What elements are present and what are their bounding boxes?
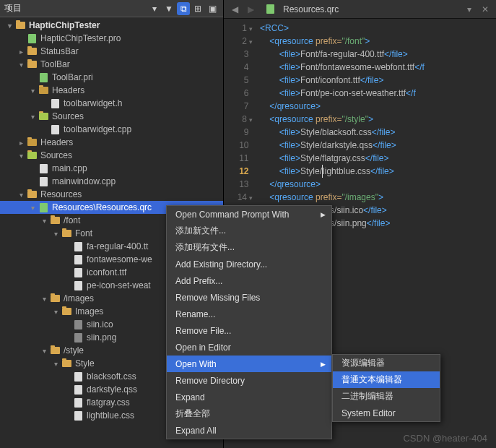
- gutter-line-5[interactable]: 5: [224, 74, 253, 87]
- tree-item-1[interactable]: HapticChipTester.pro: [0, 32, 223, 45]
- menu-item-5[interactable]: Remove Missing Files: [167, 289, 331, 306]
- code-line-9[interactable]: <file>Style/blacksoft.css</file>: [260, 126, 496, 139]
- file-icon: [49, 98, 61, 108]
- nav-forward-icon[interactable]: ▶: [243, 1, 258, 17]
- tree-item-3[interactable]: ▾ToolBar: [0, 58, 223, 71]
- menu-item-13[interactable]: Expand All: [167, 422, 331, 439]
- gutter-line-6[interactable]: 6: [224, 87, 253, 100]
- tab-menu-icon[interactable]: ▾: [461, 1, 477, 17]
- menu-item-7[interactable]: Remove File...: [167, 322, 331, 339]
- tree-item-0[interactable]: ▾HapticChipTester: [0, 19, 223, 32]
- active-tab[interactable]: Resources.qrc: [264, 4, 339, 14]
- submenu-item-3[interactable]: System Editor: [333, 405, 440, 421]
- tree-item-label: fa-regular-400.tt: [87, 241, 148, 251]
- tree-arrow-icon[interactable]: ▾: [51, 360, 61, 368]
- tree-arrow-icon[interactable]: ▾: [39, 295, 49, 303]
- code-line-2[interactable]: <qresource prefix="/font">: [260, 35, 496, 48]
- tree-item-9[interactable]: ▸Headers: [0, 136, 223, 149]
- code-line-4[interactable]: <file>Font/fontawesome-webfont.ttf</f: [260, 61, 496, 74]
- context-submenu[interactable]: 资源编辑器普通文本编辑器二进制编辑器System Editor: [332, 354, 440, 422]
- code-line-10[interactable]: <file>Style/darkstyle.qss</file>: [260, 139, 496, 152]
- menu-item-1[interactable]: 添加新文件...: [167, 223, 331, 239]
- tree-item-label: StatusBar: [40, 46, 79, 56]
- tree-arrow-icon[interactable]: ▾: [39, 217, 49, 225]
- gutter-line-13[interactable]: 13: [224, 178, 253, 191]
- tree-item-12[interactable]: mainwindow.cpp: [0, 175, 223, 188]
- tree-item-label: ToolBar.pri: [52, 72, 93, 82]
- menu-item-6[interactable]: Rename...: [167, 306, 331, 322]
- tree-item-label: HapticChipTester.pro: [40, 33, 121, 43]
- menu-item-4[interactable]: Add Prefix...: [167, 272, 331, 289]
- tree-item-6[interactable]: toolbarwidget.h: [0, 97, 223, 110]
- gutter-line-12[interactable]: 12: [224, 165, 253, 178]
- code-line-7[interactable]: </qresource>: [260, 100, 496, 113]
- tree-item-5[interactable]: ▾Headers: [0, 84, 223, 97]
- menu-item-2[interactable]: 添加现有文件...: [167, 239, 331, 256]
- tree-item-10[interactable]: ▾Sources: [0, 149, 223, 162]
- submenu-label: 二进制编辑器: [341, 390, 393, 402]
- code-line-3[interactable]: <file>Font/fa-regular-400.ttf</file>: [260, 48, 496, 61]
- menu-item-12[interactable]: 折叠全部: [167, 405, 331, 422]
- submenu-item-0[interactable]: 资源编辑器: [333, 355, 440, 371]
- close-tab-icon[interactable]: ✕: [477, 1, 493, 17]
- menu-item-0[interactable]: Open Command Prompt With▶: [167, 206, 331, 223]
- code-line-8[interactable]: <qresource prefix="/style">: [260, 113, 496, 126]
- code-line-14[interactable]: <qresource prefix="/images">: [260, 191, 496, 204]
- menu-item-11[interactable]: Expand: [167, 389, 331, 405]
- tree-arrow-icon[interactable]: ▸: [16, 139, 26, 147]
- tree-arrow-icon[interactable]: ▾: [51, 308, 61, 316]
- filter-icon[interactable]: ▾: [148, 2, 161, 15]
- gutter-line-10[interactable]: 10: [224, 139, 253, 152]
- menu-item-8[interactable]: Open in Editor: [167, 339, 331, 356]
- gutter-line-9[interactable]: 9: [224, 126, 253, 139]
- tree-item-2[interactable]: ▸StatusBar: [0, 45, 223, 58]
- tree-arrow-icon[interactable]: ▾: [16, 191, 26, 199]
- tree-arrow-icon[interactable]: ▸: [16, 48, 26, 56]
- tree-item-13[interactable]: ▾Resources: [0, 188, 223, 201]
- tree-arrow-icon[interactable]: ▾: [16, 61, 26, 69]
- tree-arrow-icon[interactable]: ▾: [51, 230, 61, 238]
- gutter-line-1[interactable]: 1▾: [224, 22, 253, 35]
- menu-label: Rename...: [175, 309, 215, 319]
- tree-item-8[interactable]: toolbarwidget.cpp: [0, 123, 223, 136]
- collapse-icon[interactable]: ▣: [206, 2, 219, 15]
- gutter-line-14[interactable]: 14▾: [224, 191, 253, 204]
- tree-item-11[interactable]: main.cpp: [0, 162, 223, 175]
- tree-arrow-icon[interactable]: ▾: [16, 152, 26, 160]
- link-icon[interactable]: ⧉: [177, 2, 190, 15]
- tree-arrow-icon[interactable]: ▾: [27, 204, 38, 212]
- gutter-line-2[interactable]: 2▾: [224, 35, 253, 48]
- tree-arrow-icon[interactable]: ▾: [27, 113, 38, 121]
- tree-item-7[interactable]: ▾Sources: [0, 110, 223, 123]
- code-line-11[interactable]: <file>Style/flatgray.css</file>: [260, 152, 496, 165]
- submenu-item-2[interactable]: 二进制编辑器: [333, 388, 440, 405]
- context-menu[interactable]: Open Command Prompt With▶添加新文件...添加现有文件.…: [166, 205, 332, 439]
- nav-back-icon[interactable]: ◀: [227, 1, 243, 17]
- file-icon: [72, 267, 84, 277]
- tree-arrow-icon[interactable]: ▾: [4, 22, 14, 30]
- tree-arrow-icon[interactable]: ▾: [39, 347, 49, 355]
- menu-item-10[interactable]: Remove Directory: [167, 372, 331, 389]
- tree-item-label: pe-icon-set-weat: [87, 280, 151, 290]
- code-line-13[interactable]: </qresource>: [260, 178, 496, 191]
- file-icon: [72, 280, 84, 290]
- menu-item-3[interactable]: Add Existing Directory...: [167, 256, 331, 272]
- submenu-label: 资源编辑器: [341, 357, 385, 369]
- code-line-1[interactable]: <RCC>: [260, 22, 496, 35]
- gutter-line-11[interactable]: 11: [224, 152, 253, 165]
- code-line-6[interactable]: <file>Font/pe-icon-set-weather.ttf</f: [260, 87, 496, 100]
- gutter-line-8[interactable]: 8▾: [224, 113, 253, 126]
- tree-item-4[interactable]: ToolBar.pri: [0, 71, 223, 84]
- code-line-12[interactable]: <file>Style/ lightblue.css</file>: [260, 165, 496, 178]
- submenu-item-1[interactable]: 普通文本编辑器: [333, 371, 440, 388]
- funnel-icon[interactable]: ▼: [162, 2, 175, 15]
- add-icon[interactable]: ⊞: [191, 2, 204, 15]
- menu-item-9[interactable]: Open With▶: [167, 356, 331, 372]
- tree-item-label: Font: [75, 228, 92, 238]
- tree-title: 项目: [4, 2, 148, 14]
- gutter-line-7[interactable]: 7: [224, 100, 253, 113]
- code-line-5[interactable]: <file>Font/iconfont.ttf</file>: [260, 74, 496, 87]
- gutter-line-4[interactable]: 4: [224, 61, 253, 74]
- tree-arrow-icon[interactable]: ▾: [27, 87, 38, 95]
- gutter-line-3[interactable]: 3: [224, 48, 253, 61]
